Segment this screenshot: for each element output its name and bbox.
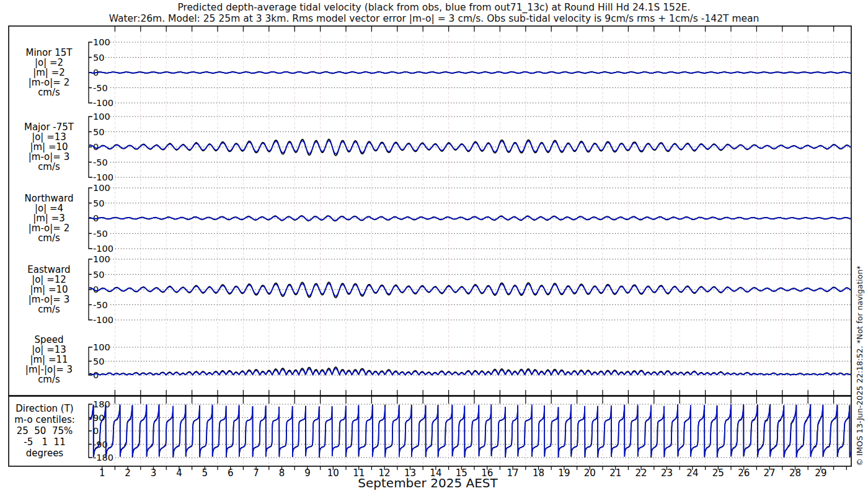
ytick-label: 50 xyxy=(93,356,104,366)
direction-model-curve xyxy=(89,404,851,458)
panel-direction-label: Direction (T) xyxy=(16,403,73,414)
ytick-label: 100 xyxy=(93,37,110,47)
minor-model-curve xyxy=(89,72,851,73)
ytick-label: 90 xyxy=(93,413,104,423)
panel-direction-label: 25 50 75% xyxy=(17,425,73,436)
panel-minor-label: cm/s xyxy=(38,87,60,98)
ytick-label: -50 xyxy=(93,229,108,239)
panel-major-axis: 100500-50-100Major -75T|o| =13|m| =10|m-… xyxy=(24,112,851,182)
ytick-label: 50 xyxy=(93,198,104,208)
ytick-label: -180 xyxy=(93,453,113,463)
panel-eastward-axis: 100500-50-100Eastward|o| =12|m| =10|m-o|… xyxy=(27,254,851,325)
panel-speed-axis: 100500Speed|o| =13|m| =11|m|-|o|= 3cm/s xyxy=(25,334,851,385)
panel-major-curves xyxy=(89,140,851,156)
ytick-label: -50 xyxy=(93,83,108,93)
speed-model-curve xyxy=(89,369,851,375)
ytick-label: -100 xyxy=(93,98,113,108)
panel-northward-label: cm/s xyxy=(38,232,60,244)
ytick-label: 100 xyxy=(93,112,110,122)
panel-direction-label: m-o centiles: xyxy=(14,414,75,425)
ytick-label: 100 xyxy=(93,342,110,352)
direction-obs-curve xyxy=(89,404,851,458)
ytick-label: -100 xyxy=(93,315,113,325)
panel-speed-curves xyxy=(89,367,851,375)
ytick-label: 100 xyxy=(93,254,110,264)
tidal-velocity-chart: Predicted depth-average tidal velocity (… xyxy=(0,0,868,496)
x-axis-label: September 2025 AEST xyxy=(0,476,856,490)
ytick-label: -50 xyxy=(93,300,108,310)
ytick-label: 50 xyxy=(93,270,104,280)
panel-direction-curves xyxy=(89,404,851,458)
panel-eastward-curves xyxy=(89,282,851,298)
panel-speed-label: cm/s xyxy=(38,374,60,385)
panel-major-label: cm/s xyxy=(38,161,60,172)
ytick-label: -100 xyxy=(93,244,113,254)
ytick-label: 50 xyxy=(93,53,104,63)
velocity-panels-frame xyxy=(9,26,851,396)
ytick-label: 50 xyxy=(93,127,104,137)
copyright-watermark: © IMOS 13-Jun-2025 22:18:52. *Not for na… xyxy=(855,236,865,496)
panel-minor-curves xyxy=(89,72,851,74)
eastward-model-curve xyxy=(89,284,851,296)
major-model-curve xyxy=(89,141,851,154)
panel-direction-label: degrees xyxy=(26,448,64,459)
panel-eastward-label: cm/s xyxy=(38,304,60,315)
northward-model-curve xyxy=(89,216,851,221)
panel-northward-curves xyxy=(89,216,851,221)
ytick-label: 100 xyxy=(93,183,110,193)
ytick-label: -50 xyxy=(93,157,108,167)
panel-direction-label: -5 1 11 xyxy=(24,436,65,448)
ytick-label: 0 xyxy=(93,370,99,380)
ytick-label: 180 xyxy=(93,399,110,409)
ytick-label: -100 xyxy=(93,172,113,182)
plot-canvas: 100500-50-100Minor 15T|o| =2|m| =2|m-o|=… xyxy=(0,0,868,496)
